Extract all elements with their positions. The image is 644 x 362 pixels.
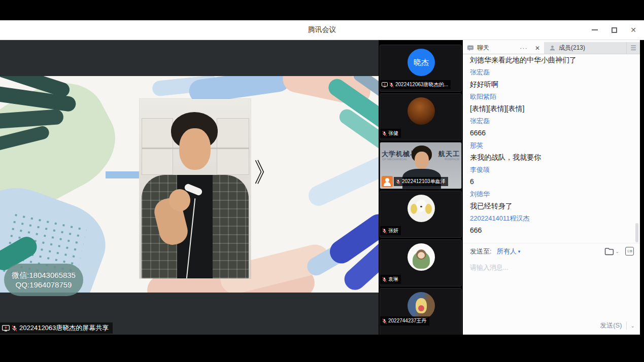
participant-tile-zhangyan[interactable]: 张妍 (380, 191, 462, 238)
send-row: 发送(S) ⌄ (463, 317, 640, 334)
send-to-label: 发送至: (470, 247, 492, 256)
slide-next-chevron: 》 (254, 155, 277, 191)
screen-share-label-text: 2022412063唐晓杰的屏幕共享 (19, 323, 109, 333)
send-to-value[interactable]: 所有人 (497, 247, 517, 256)
participant-name-tag: 袁琳 (380, 275, 401, 284)
muted-mic-icon (382, 318, 387, 324)
tab-chat[interactable]: 聊天 ··· ✕ (463, 42, 544, 54)
participant-tile-yuanlin[interactable]: 袁琳 (380, 239, 462, 286)
chat-sender-name: 李俊颉 (470, 166, 634, 173)
wechat-number: 微信:18043065835 (12, 270, 76, 280)
muted-mic-icon (389, 82, 394, 88)
presenter-hand (169, 189, 190, 211)
chat-sender-name: 欧阳紫陌 (470, 93, 634, 100)
participant-face (415, 152, 429, 169)
chat-scrollbar[interactable] (635, 223, 638, 242)
participant-name-tag: 2022744237王丹 (380, 316, 429, 325)
muted-mic-icon (11, 325, 18, 332)
chat-close-button[interactable]: ✕ (535, 45, 540, 52)
chat-sender-name: 那英 (470, 141, 634, 149)
anime-face (418, 252, 425, 259)
tab-members-label: 成员(213) (559, 44, 585, 52)
muted-mic-icon (395, 179, 401, 185)
panel-tabbar: 聊天 ··· ✕ 成员(213) ☰ (463, 42, 640, 54)
main-video-stage[interactable]: 》 微信:18043065835 QQ:1964078759 202241206… (0, 40, 379, 335)
participant-tile-wangdan[interactable]: 2022744237王丹 (380, 288, 462, 335)
chat-message-text: 666 (470, 227, 634, 234)
chat-sender-name: 张宏磊 (470, 117, 634, 125)
divider (626, 321, 627, 330)
window-titlebar: 腾讯会议 ✕ (0, 20, 644, 40)
screen-share-icon (2, 325, 10, 332)
dog-face (416, 200, 426, 209)
minimize-icon (592, 29, 598, 30)
send-to-row: 发送至: 所有人 ▾ ⌄ 公告 (463, 243, 640, 259)
window-title: 腾讯会议 (0, 20, 644, 40)
avatar (408, 243, 435, 271)
chat-more-button[interactable]: ··· (520, 44, 528, 52)
folder-caret-icon: ⌄ (615, 249, 619, 254)
maximize-icon (612, 27, 617, 33)
message-input[interactable] (463, 259, 640, 316)
muted-mic-icon (382, 131, 387, 136)
screen-share-icon (382, 82, 388, 87)
folder-icon (604, 247, 614, 256)
avatar (408, 97, 435, 125)
chat-bubble-icon (467, 45, 474, 51)
send-button[interactable]: 发送(S) (600, 321, 622, 330)
meeting-window: 》 微信:18043065835 QQ:1964078759 202241206… (0, 40, 644, 335)
participant-tile-shanxinze[interactable]: 大学机械与 航天工 OF MECHANICAL ROSPACE 20224121… (380, 142, 462, 189)
avatar (408, 195, 435, 222)
participant-tile-tangxiaojie[interactable]: 晓杰 2022412063唐晓杰的... (380, 45, 462, 92)
person-icon (549, 45, 556, 51)
banner-sub-left: OF MECHANICAL (382, 158, 407, 161)
close-button[interactable]: ✕ (626, 22, 641, 38)
chat-message-text: [表情][表情][表情] (470, 105, 634, 113)
maximize-button[interactable] (606, 22, 622, 38)
participant-name: 张妍 (388, 227, 398, 234)
presenter-face (179, 128, 211, 170)
minimize-button[interactable] (587, 22, 602, 38)
panel-menu-button[interactable]: ☰ (627, 42, 640, 54)
participant-tile-zhangjian[interactable]: 张健 (380, 93, 462, 140)
file-button[interactable]: ⌄ (604, 247, 619, 256)
announcement-button[interactable]: 公告 (625, 247, 634, 256)
send-options-caret-icon[interactable]: ⌄ (631, 323, 635, 329)
participant-name-tag: 2022412103单鑫泽 (394, 177, 448, 186)
send-to-caret-icon[interactable]: ▾ (518, 249, 521, 254)
room-wardrobe-left (142, 118, 173, 175)
participant-name-tag: 张健 (380, 129, 401, 138)
close-icon: ✕ (630, 26, 636, 34)
dog-ear (425, 204, 432, 214)
presenter-camera-video (140, 99, 251, 278)
message-input-area (463, 259, 640, 316)
decor-light-stroke (305, 146, 379, 209)
announcement-label: 公告 (627, 249, 632, 253)
screen: 腾讯会议 ✕ (0, 0, 644, 362)
tab-chat-label: 聊天 (477, 44, 489, 52)
banner-sub-right: ROSPACE (445, 158, 459, 161)
chat-message-text: 来我的战队，我就要你 (470, 154, 634, 161)
muted-mic-icon (382, 277, 387, 282)
plush-toy-belly (418, 305, 424, 311)
chat-message-text: 好好听啊 (470, 81, 634, 88)
chat-message-list[interactable]: 刘德华来看此地的中华小曲神们了张宏磊好好听啊欧阳紫陌[表情][表情][表情]张宏… (463, 54, 640, 243)
chat-sender-name: 刘德华 (470, 190, 634, 198)
chat-panel: 聊天 ··· ✕ 成员(213) ☰ 刘德华来看此地的中华小曲神们了张宏磊好好听… (463, 40, 640, 335)
slide-blue-bar (106, 171, 139, 178)
dog-nose (420, 206, 422, 207)
chat-message-text: 刘德华来看此地的中华小曲神们了 (470, 56, 634, 64)
active-speaker-badge (382, 176, 393, 187)
chat-sender-name: 张宏磊 (470, 68, 634, 76)
person-icon-body (384, 182, 391, 186)
qq-number: QQ:1964078759 (16, 280, 72, 289)
chat-message-text: 6666 (470, 129, 634, 137)
tab-members[interactable]: 成员(213) (544, 42, 627, 54)
shared-screen-slide: 》 (0, 76, 379, 293)
screen-share-label: 2022412063唐晓杰的屏幕共享 (0, 322, 113, 334)
avatar (408, 292, 435, 319)
participant-name: 张健 (388, 130, 398, 137)
muted-mic-icon (382, 228, 387, 234)
chat-sender-name: 22022414011程汉杰 (470, 214, 634, 222)
participant-name: 2022412103单鑫泽 (402, 178, 446, 185)
